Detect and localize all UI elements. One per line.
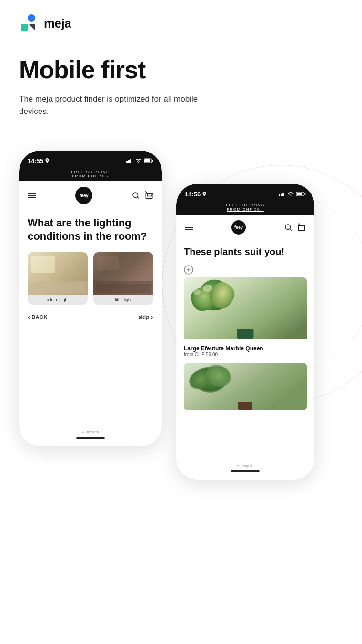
phone1-status-icons: [126, 158, 153, 163]
phone1-home-bar: [76, 437, 105, 439]
expand-icon: [184, 265, 193, 275]
svg-point-18: [300, 230, 301, 231]
back-button[interactable]: ‹ BACK: [28, 313, 48, 321]
phone2-battery-icon: [296, 192, 306, 196]
room-light-image: [28, 252, 88, 295]
skip-button[interactable]: skip ›: [138, 313, 153, 321]
svg-rect-8: [152, 160, 153, 162]
svg-point-2: [47, 159, 48, 160]
phone2-screen: 14:56: [176, 184, 314, 480]
hero-section: Mobile first The meja product finder is …: [0, 33, 362, 117]
logo-icon: [19, 13, 39, 33]
header: meja: [0, 0, 362, 33]
phone1-nav-bar: feey: [19, 181, 162, 210]
svg-point-10: [204, 193, 205, 194]
phone1-footer-text: ▪▪ feey.ch: [19, 430, 162, 434]
phone1-question-section: What are the lighting conditions in the …: [19, 210, 162, 325]
svg-rect-15: [297, 193, 302, 195]
phone2-signal-icon: [279, 192, 285, 196]
phone2-footer-text: ▪▪ feey.ch: [176, 463, 314, 468]
room-dark-image: [93, 252, 153, 295]
svg-point-9: [133, 193, 138, 198]
phone2-nav-bar: feey: [176, 215, 314, 240]
option-card-light[interactable]: a lot of light: [28, 252, 88, 305]
svg-point-0: [28, 14, 35, 22]
phone1-notch: [64, 151, 117, 162]
phone2-location-icon: [202, 192, 207, 196]
phone2-notch: [219, 184, 272, 195]
phone2-footer: ▪▪ feey.ch: [176, 463, 314, 472]
signal-icon: [126, 158, 133, 163]
option1-label: a lot of light: [28, 295, 88, 305]
option-cards: a lot of light little light: [28, 252, 153, 305]
search-icon[interactable]: [131, 191, 140, 200]
svg-rect-3: [126, 161, 128, 163]
plant2-image: [184, 363, 307, 410]
phone-mockup-1: 14:55: [19, 151, 162, 446]
brand-name: meja: [44, 16, 71, 31]
phones-container: 14:55: [0, 136, 362, 480]
phone2-time: 14:56: [185, 191, 207, 198]
svg-rect-7: [144, 159, 150, 162]
cart-icon[interactable]: [145, 191, 153, 200]
phone2-nav-icons: [284, 223, 306, 232]
hero-subtitle: The meja product finder is optimized for…: [19, 93, 200, 117]
plant1-price: from CHF 59.00: [184, 352, 307, 357]
phone2-cart-icon[interactable]: [297, 223, 306, 232]
location-icon: [45, 158, 50, 163]
wifi-icon: [135, 158, 141, 163]
svg-point-19: [303, 230, 304, 231]
plant1-image: [184, 277, 307, 339]
lighting-question: What are the lighting conditions in the …: [28, 216, 153, 243]
phone2-status-icons: [279, 192, 306, 196]
phone1-footer: ▪▪ feey.ch: [19, 430, 162, 439]
hero-title: Mobile first: [19, 56, 343, 83]
phone1-screen: 14:55: [19, 151, 162, 446]
phone1-shipping-banner: FREE SHIPPING from CHF 50.-: [19, 168, 162, 181]
phone2-plants-section: These plants suit you!: [176, 240, 314, 410]
svg-rect-11: [279, 194, 280, 196]
phone2-shipping-banner: FREE SHIPPING from CHF 50.-: [176, 201, 314, 215]
phone1-nav-actions: ‹ BACK skip ›: [28, 309, 153, 325]
feey-logo: feey: [75, 187, 92, 204]
svg-rect-4: [128, 160, 130, 163]
phone2-search-icon[interactable]: [284, 223, 292, 232]
svg-rect-12: [281, 194, 282, 196]
svg-rect-16: [305, 193, 306, 195]
option2-label: little light: [93, 295, 153, 305]
phone-mockup-2: 14:56: [176, 184, 314, 480]
phone2-wifi-icon: [288, 192, 294, 196]
option-card-dark[interactable]: little light: [93, 252, 153, 305]
phone1-nav-icons: [131, 191, 153, 200]
battery-icon: [144, 158, 153, 163]
phone2-home-bar: [231, 470, 260, 472]
svg-rect-13: [282, 193, 284, 196]
svg-rect-5: [130, 159, 131, 163]
plant-card-1[interactable]: Large Efeutute Marble Queen from CHF 59.…: [184, 277, 307, 358]
phone2-feey-logo: feey: [231, 220, 246, 235]
svg-rect-1: [21, 24, 28, 31]
phone1-time: 14:55: [28, 157, 50, 164]
plants-title: These plants suit you!: [184, 246, 307, 257]
phone2-hamburger-icon[interactable]: [185, 225, 193, 230]
plant-card-2[interactable]: [184, 363, 307, 410]
svg-point-17: [285, 225, 291, 230]
plant1-name: Large Efeutute Marble Queen: [184, 345, 307, 352]
hamburger-icon[interactable]: [28, 193, 36, 198]
